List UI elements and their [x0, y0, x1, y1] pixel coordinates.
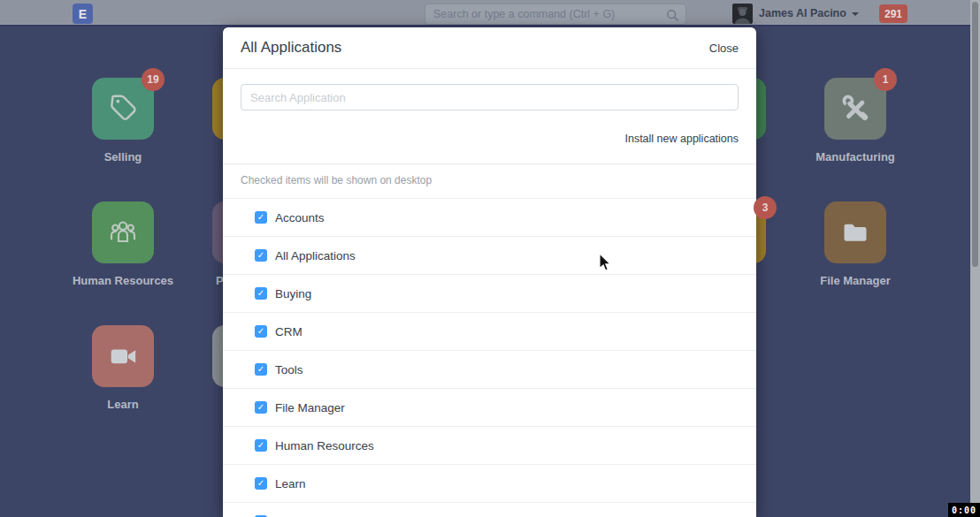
checkbox-checked-icon[interactable]: ✓	[255, 211, 267, 224]
global-search	[425, 4, 686, 25]
checkbox-checked-icon[interactable]: ✓	[255, 477, 267, 490]
desktop-icon-learn[interactable]	[92, 325, 154, 387]
checkbox-checked-icon[interactable]: ✓	[255, 249, 267, 262]
desktop-icon-label: Human Resources	[61, 274, 185, 287]
user-menu[interactable]: James Al Pacino	[759, 0, 859, 27]
recording-timer: 0:00	[948, 503, 980, 517]
application-row[interactable]: ✓ Manufacturing	[223, 503, 756, 517]
application-label: All Applications	[275, 249, 356, 262]
video-camera-icon	[105, 338, 141, 374]
checkbox-checked-icon[interactable]: ✓	[255, 325, 267, 338]
user-avatar[interactable]	[732, 4, 753, 24]
global-search-input[interactable]	[425, 4, 685, 24]
application-search-input[interactable]	[241, 84, 739, 110]
people-group-icon	[105, 215, 141, 250]
desktop-icon-label: Learn	[61, 398, 185, 411]
application-label: Tools	[275, 363, 303, 376]
application-label: Learn	[275, 477, 306, 490]
selling-badge: 19	[142, 68, 165, 91]
application-label: File Manager	[275, 401, 345, 414]
application-row[interactable]: ✓ Learn	[223, 465, 756, 503]
checkbox-checked-icon[interactable]: ✓	[255, 363, 267, 376]
modal-body: Install new applications Checked items w…	[223, 69, 756, 517]
desktop-icon-label: File Manager	[793, 274, 917, 287]
application-row[interactable]: ✓ CRM	[223, 313, 756, 351]
checkbox-checked-icon[interactable]: ✓	[255, 439, 267, 452]
page-scrollbar-track[interactable]	[970, 0, 980, 517]
application-row[interactable]: ✓ File Manager	[223, 389, 756, 427]
top-navbar: E James Al Pacino 291	[0, 0, 980, 27]
manufacturing-badge: 1	[874, 68, 897, 91]
application-label: Accounts	[275, 211, 325, 224]
app-logo[interactable]: E	[73, 4, 93, 24]
application-label: Human Resources	[275, 439, 374, 452]
application-row[interactable]: ✓ Tools	[223, 351, 756, 389]
application-label: CRM	[275, 325, 302, 338]
notification-count-badge[interactable]: 291	[879, 4, 907, 23]
all-applications-modal: All Applications Close Install new appli…	[223, 27, 756, 517]
folder-icon	[838, 215, 873, 250]
page-scrollbar-thumb[interactable]	[972, 2, 978, 267]
avatar-photo	[732, 4, 753, 24]
modal-title: All Applications	[241, 39, 341, 57]
desktop-icon-label: Selling	[61, 150, 185, 163]
application-row[interactable]: ✓ All Applications	[223, 237, 756, 275]
install-row: Install new applications	[241, 130, 739, 146]
tools-icon	[838, 91, 873, 126]
divider	[223, 163, 756, 164]
application-label: Buying	[275, 287, 311, 300]
application-row[interactable]: ✓ Accounts	[223, 199, 756, 237]
checked-items-hint: Checked items will be shown on desktop	[241, 174, 739, 186]
close-button[interactable]: Close	[709, 42, 739, 55]
desktop-icon-file-manager[interactable]	[824, 201, 886, 263]
application-row[interactable]: ✓ Human Resources	[223, 427, 756, 465]
tag-icon	[105, 91, 141, 126]
application-checklist: ✓ Accounts ✓ All Applications ✓ Buying ✓…	[223, 198, 756, 517]
chevron-down-icon	[852, 12, 859, 16]
user-name-label: James Al Pacino	[759, 7, 846, 19]
checkbox-checked-icon[interactable]: ✓	[255, 401, 267, 414]
desktop-icon-label: Manufacturing	[793, 150, 917, 163]
application-row[interactable]: ✓ Buying	[223, 275, 756, 313]
partial-icon-badge: 3	[754, 196, 777, 219]
checkbox-checked-icon[interactable]: ✓	[255, 287, 267, 300]
modal-header: All Applications Close	[223, 27, 756, 69]
desktop-icon-human-resources[interactable]	[92, 201, 154, 263]
search-icon	[666, 9, 679, 22]
install-new-applications-link[interactable]: Install new applications	[624, 133, 739, 145]
